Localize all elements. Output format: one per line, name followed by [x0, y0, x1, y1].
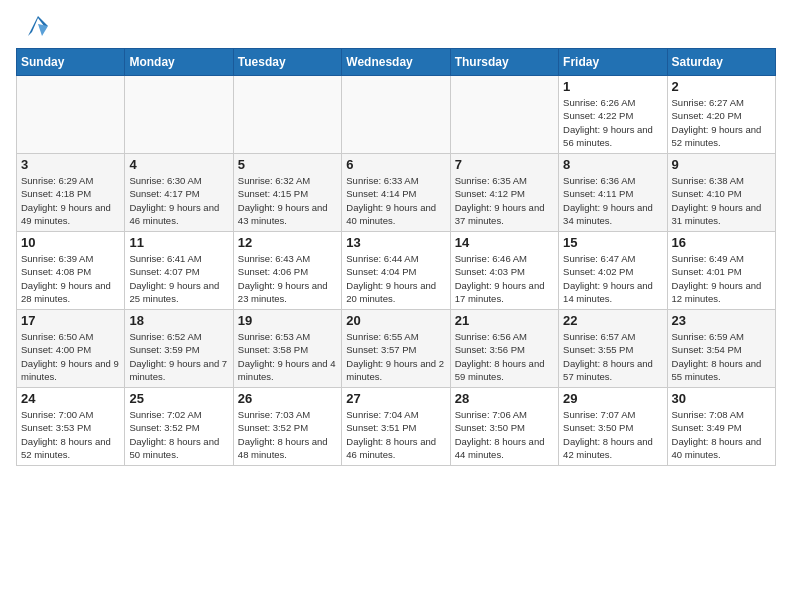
calendar-week-3: 10Sunrise: 6:39 AM Sunset: 4:08 PM Dayli… [17, 232, 776, 310]
day-info: Sunrise: 6:55 AM Sunset: 3:57 PM Dayligh… [346, 330, 445, 383]
calendar-header-row: Sunday Monday Tuesday Wednesday Thursday… [17, 49, 776, 76]
day-number: 8 [563, 157, 662, 172]
day-number: 17 [21, 313, 120, 328]
day-number: 13 [346, 235, 445, 250]
day-number: 27 [346, 391, 445, 406]
table-row: 8Sunrise: 6:36 AM Sunset: 4:11 PM Daylig… [559, 154, 667, 232]
table-row: 15Sunrise: 6:47 AM Sunset: 4:02 PM Dayli… [559, 232, 667, 310]
day-info: Sunrise: 6:44 AM Sunset: 4:04 PM Dayligh… [346, 252, 445, 305]
day-number: 14 [455, 235, 554, 250]
table-row: 10Sunrise: 6:39 AM Sunset: 4:08 PM Dayli… [17, 232, 125, 310]
day-number: 10 [21, 235, 120, 250]
day-number: 29 [563, 391, 662, 406]
calendar-week-4: 17Sunrise: 6:50 AM Sunset: 4:00 PM Dayli… [17, 310, 776, 388]
day-number: 6 [346, 157, 445, 172]
table-row [125, 76, 233, 154]
day-number: 5 [238, 157, 337, 172]
day-info: Sunrise: 6:57 AM Sunset: 3:55 PM Dayligh… [563, 330, 662, 383]
day-info: Sunrise: 6:41 AM Sunset: 4:07 PM Dayligh… [129, 252, 228, 305]
table-row: 9Sunrise: 6:38 AM Sunset: 4:10 PM Daylig… [667, 154, 775, 232]
day-info: Sunrise: 6:50 AM Sunset: 4:00 PM Dayligh… [21, 330, 120, 383]
day-number: 24 [21, 391, 120, 406]
header-friday: Friday [559, 49, 667, 76]
day-number: 2 [672, 79, 771, 94]
svg-marker-1 [38, 24, 48, 36]
day-info: Sunrise: 6:39 AM Sunset: 4:08 PM Dayligh… [21, 252, 120, 305]
day-number: 30 [672, 391, 771, 406]
day-number: 22 [563, 313, 662, 328]
day-info: Sunrise: 6:59 AM Sunset: 3:54 PM Dayligh… [672, 330, 771, 383]
day-info: Sunrise: 7:03 AM Sunset: 3:52 PM Dayligh… [238, 408, 337, 461]
day-number: 21 [455, 313, 554, 328]
logo [20, 16, 52, 40]
day-number: 15 [563, 235, 662, 250]
day-number: 23 [672, 313, 771, 328]
table-row: 1Sunrise: 6:26 AM Sunset: 4:22 PM Daylig… [559, 76, 667, 154]
table-row: 28Sunrise: 7:06 AM Sunset: 3:50 PM Dayli… [450, 388, 558, 466]
day-number: 25 [129, 391, 228, 406]
table-row: 27Sunrise: 7:04 AM Sunset: 3:51 PM Dayli… [342, 388, 450, 466]
day-info: Sunrise: 6:49 AM Sunset: 4:01 PM Dayligh… [672, 252, 771, 305]
day-number: 26 [238, 391, 337, 406]
day-info: Sunrise: 6:47 AM Sunset: 4:02 PM Dayligh… [563, 252, 662, 305]
header-sunday: Sunday [17, 49, 125, 76]
table-row: 26Sunrise: 7:03 AM Sunset: 3:52 PM Dayli… [233, 388, 341, 466]
header-thursday: Thursday [450, 49, 558, 76]
day-info: Sunrise: 7:02 AM Sunset: 3:52 PM Dayligh… [129, 408, 228, 461]
calendar-week-5: 24Sunrise: 7:00 AM Sunset: 3:53 PM Dayli… [17, 388, 776, 466]
day-info: Sunrise: 7:04 AM Sunset: 3:51 PM Dayligh… [346, 408, 445, 461]
day-number: 20 [346, 313, 445, 328]
day-info: Sunrise: 6:32 AM Sunset: 4:15 PM Dayligh… [238, 174, 337, 227]
table-row: 3Sunrise: 6:29 AM Sunset: 4:18 PM Daylig… [17, 154, 125, 232]
day-info: Sunrise: 6:36 AM Sunset: 4:11 PM Dayligh… [563, 174, 662, 227]
page-header [0, 0, 792, 48]
day-number: 1 [563, 79, 662, 94]
table-row: 21Sunrise: 6:56 AM Sunset: 3:56 PM Dayli… [450, 310, 558, 388]
header-monday: Monday [125, 49, 233, 76]
table-row [450, 76, 558, 154]
day-info: Sunrise: 6:53 AM Sunset: 3:58 PM Dayligh… [238, 330, 337, 383]
table-row: 24Sunrise: 7:00 AM Sunset: 3:53 PM Dayli… [17, 388, 125, 466]
day-info: Sunrise: 6:26 AM Sunset: 4:22 PM Dayligh… [563, 96, 662, 149]
day-number: 11 [129, 235, 228, 250]
day-info: Sunrise: 6:56 AM Sunset: 3:56 PM Dayligh… [455, 330, 554, 383]
table-row: 13Sunrise: 6:44 AM Sunset: 4:04 PM Dayli… [342, 232, 450, 310]
day-info: Sunrise: 7:07 AM Sunset: 3:50 PM Dayligh… [563, 408, 662, 461]
day-info: Sunrise: 6:33 AM Sunset: 4:14 PM Dayligh… [346, 174, 445, 227]
table-row: 2Sunrise: 6:27 AM Sunset: 4:20 PM Daylig… [667, 76, 775, 154]
table-row: 5Sunrise: 6:32 AM Sunset: 4:15 PM Daylig… [233, 154, 341, 232]
table-row [342, 76, 450, 154]
day-info: Sunrise: 7:06 AM Sunset: 3:50 PM Dayligh… [455, 408, 554, 461]
logo-icon [24, 12, 52, 40]
calendar-week-2: 3Sunrise: 6:29 AM Sunset: 4:18 PM Daylig… [17, 154, 776, 232]
table-row: 23Sunrise: 6:59 AM Sunset: 3:54 PM Dayli… [667, 310, 775, 388]
table-row: 19Sunrise: 6:53 AM Sunset: 3:58 PM Dayli… [233, 310, 341, 388]
table-row: 4Sunrise: 6:30 AM Sunset: 4:17 PM Daylig… [125, 154, 233, 232]
header-wednesday: Wednesday [342, 49, 450, 76]
table-row: 30Sunrise: 7:08 AM Sunset: 3:49 PM Dayli… [667, 388, 775, 466]
day-info: Sunrise: 6:52 AM Sunset: 3:59 PM Dayligh… [129, 330, 228, 383]
table-row: 22Sunrise: 6:57 AM Sunset: 3:55 PM Dayli… [559, 310, 667, 388]
table-row: 29Sunrise: 7:07 AM Sunset: 3:50 PM Dayli… [559, 388, 667, 466]
day-number: 3 [21, 157, 120, 172]
day-info: Sunrise: 6:43 AM Sunset: 4:06 PM Dayligh… [238, 252, 337, 305]
table-row: 11Sunrise: 6:41 AM Sunset: 4:07 PM Dayli… [125, 232, 233, 310]
day-info: Sunrise: 6:38 AM Sunset: 4:10 PM Dayligh… [672, 174, 771, 227]
table-row: 17Sunrise: 6:50 AM Sunset: 4:00 PM Dayli… [17, 310, 125, 388]
day-number: 4 [129, 157, 228, 172]
header-tuesday: Tuesday [233, 49, 341, 76]
table-row: 14Sunrise: 6:46 AM Sunset: 4:03 PM Dayli… [450, 232, 558, 310]
day-number: 19 [238, 313, 337, 328]
day-info: Sunrise: 7:08 AM Sunset: 3:49 PM Dayligh… [672, 408, 771, 461]
table-row: 6Sunrise: 6:33 AM Sunset: 4:14 PM Daylig… [342, 154, 450, 232]
table-row: 18Sunrise: 6:52 AM Sunset: 3:59 PM Dayli… [125, 310, 233, 388]
day-info: Sunrise: 7:00 AM Sunset: 3:53 PM Dayligh… [21, 408, 120, 461]
table-row: 7Sunrise: 6:35 AM Sunset: 4:12 PM Daylig… [450, 154, 558, 232]
day-info: Sunrise: 6:30 AM Sunset: 4:17 PM Dayligh… [129, 174, 228, 227]
day-number: 16 [672, 235, 771, 250]
day-number: 18 [129, 313, 228, 328]
table-row [17, 76, 125, 154]
table-row: 12Sunrise: 6:43 AM Sunset: 4:06 PM Dayli… [233, 232, 341, 310]
table-row: 25Sunrise: 7:02 AM Sunset: 3:52 PM Dayli… [125, 388, 233, 466]
day-info: Sunrise: 6:46 AM Sunset: 4:03 PM Dayligh… [455, 252, 554, 305]
